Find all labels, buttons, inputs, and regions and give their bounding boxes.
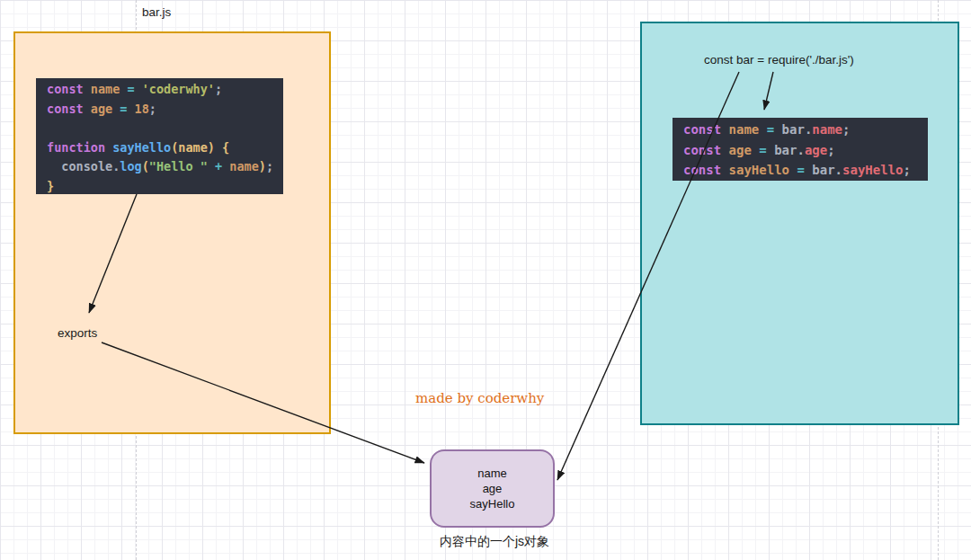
file-title-label: bar.js [142, 5, 171, 19]
main-module-box [640, 22, 959, 425]
exports-object-box: name age sayHello [430, 449, 555, 528]
bar-js-code-block: const name = 'coderwhy';const age = 18; … [36, 78, 283, 194]
object-property-name: name [477, 466, 507, 481]
object-caption-label: 内容中的一个js对象 [409, 534, 580, 550]
diagram-canvas: const name = 'coderwhy';const age = 18; … [0, 0, 971, 560]
main-js-code-block: const name = bar.name;const age = bar.ag… [673, 118, 928, 181]
exports-label: exports [58, 326, 97, 340]
require-statement-label: const bar = require('./bar.js') [704, 53, 854, 67]
object-property-sayhello: sayHello [470, 496, 515, 511]
object-property-age: age [483, 481, 503, 496]
watermark-text: made by coderwhy [415, 390, 544, 406]
